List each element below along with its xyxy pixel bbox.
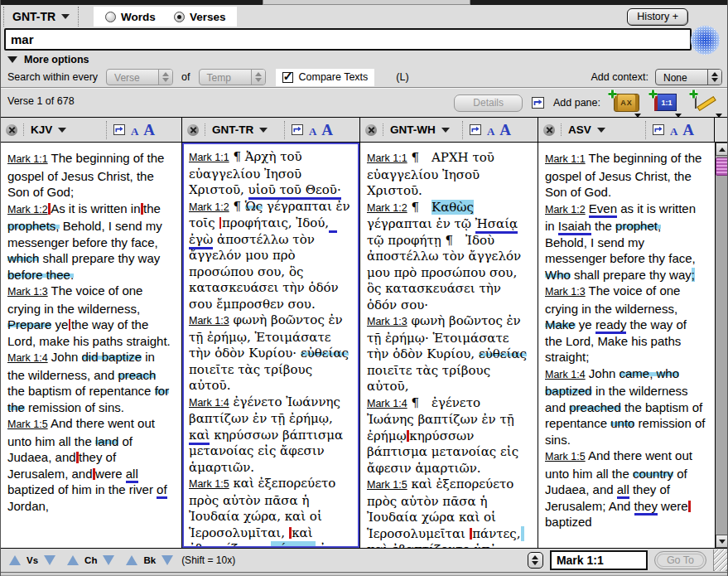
diff-strikethrough: καὶ ἐβαπτίζοντο	[367, 542, 470, 548]
add-reference-pane-button[interactable]: 1:1	[650, 90, 682, 115]
verse-ref[interactable]: Mark 1:1	[7, 153, 48, 165]
add-parallel-pane-button[interactable]: ΑΧ	[610, 90, 641, 115]
search-input[interactable]	[4, 28, 692, 51]
verse: Mark 1:1 The beginning of the gospel of …	[7, 150, 173, 201]
verse-ref[interactable]: Mark 1:5	[189, 478, 229, 490]
pane-module-popup[interactable]: GNT-WH	[383, 123, 436, 136]
goto-button[interactable]: Go To	[654, 551, 706, 569]
more-options-disclosure[interactable]: More options	[7, 53, 89, 66]
chevron-down-icon	[259, 128, 268, 133]
search-globe-icon[interactable]	[691, 26, 720, 55]
verse-ref[interactable]: Mark 1:3	[189, 315, 229, 327]
range-popup[interactable]: Temp	[199, 69, 266, 85]
decrease-font-icon[interactable]: A	[131, 125, 138, 138]
diff-insertion-bar-icon	[688, 501, 691, 512]
close-pane-icon[interactable]	[187, 124, 199, 136]
goto-verse-input[interactable]	[550, 550, 648, 570]
verse-ref[interactable]: Mark 1:4	[189, 397, 229, 409]
text-segment: shall prepare thy way	[571, 268, 692, 282]
verse-ref[interactable]: Mark 1:4	[367, 398, 407, 409]
verse: Mark 1:5 καὶ ἐξεπορεύετο πρὸς αὐτὸν πᾶσα…	[189, 476, 352, 548]
scroll-up-icon[interactable]	[716, 143, 728, 156]
verse-ref[interactable]: Mark 1:3	[367, 316, 407, 327]
close-pane-icon[interactable]	[365, 124, 377, 136]
pane-body-asv[interactable]: Mark 1:1 The beginning of the gospel of …	[538, 143, 715, 548]
scrollbar-thumb[interactable]	[716, 157, 728, 176]
add-notes-pane-button[interactable]	[691, 90, 722, 115]
scroll-down-icon[interactable]	[716, 535, 728, 548]
tie-pane-icon[interactable]	[113, 123, 126, 135]
verse-ref[interactable]: Mark 1:4	[7, 352, 48, 364]
diff-strikethrough: land	[95, 434, 118, 448]
verse-ref[interactable]: Mark 1:2	[7, 204, 48, 215]
radio-verses[interactable]: Verses	[174, 11, 226, 23]
decrease-font-icon[interactable]: A	[309, 125, 316, 138]
diff-underline: of	[157, 482, 167, 499]
verse-stepper[interactable]	[528, 552, 543, 569]
increase-font-icon[interactable]: A	[682, 121, 694, 139]
text-pane-gnt-wh: Mark 1:1 ¶ ΑΡΧΗ τοῦ εὐαγγελίου Ἰησοῦ Χρι…	[360, 143, 538, 548]
vertical-scrollbar[interactable]	[715, 143, 728, 548]
radio-verses-icon[interactable]	[174, 12, 185, 22]
diff-strikethrough: prophets,	[7, 219, 60, 233]
verse-ref[interactable]: Mark 1:5	[7, 419, 48, 430]
text-segment: ¶	[407, 200, 431, 215]
scrollbar-track[interactable]	[716, 176, 728, 535]
decrease-font-icon[interactable]: A	[487, 125, 494, 138]
decrease-font-icon[interactable]: A	[670, 125, 677, 138]
pane-body-gnt-tr[interactable]: Mark 1:1 ¶ Ἀρχὴ τοῦ εὐαγγελίου Ἰησοῦ Χρι…	[182, 143, 359, 548]
pane-module-popup[interactable]: KJV	[23, 123, 52, 136]
close-pane-icon[interactable]	[543, 124, 555, 136]
increase-font-icon[interactable]: A	[143, 121, 155, 139]
search-mode-group: Words Verses	[94, 7, 237, 27]
scope-popup[interactable]: Verse	[106, 69, 173, 85]
diff-highlight: Καθὼς	[431, 200, 474, 215]
disclosure-triangle-icon[interactable]	[7, 56, 17, 63]
tie-pane-icon[interactable]	[470, 123, 482, 135]
verse-ref[interactable]: Mark 1:1	[367, 152, 407, 164]
verse-down-icon[interactable]	[44, 555, 55, 565]
verse-ref[interactable]: Mark 1:2	[367, 202, 407, 214]
tie-panes-icon[interactable]	[532, 97, 544, 109]
add-context-popup[interactable]: None	[655, 69, 722, 85]
verse-ref[interactable]: Mark 1:1	[545, 153, 586, 165]
verse-ref[interactable]: Mark 1:2	[189, 201, 229, 213]
verse-ref[interactable]: Mark 1:5	[545, 451, 586, 462]
result-status-row: Verse 1 of 678 Details Add pane: ΑΧ 1:1	[1, 89, 728, 117]
verse-ref[interactable]: Mark 1:3	[7, 286, 48, 298]
verse-up-icon[interactable]	[9, 555, 21, 565]
close-pane-icon[interactable]	[6, 124, 17, 136]
verse-ref[interactable]: Mark 1:3	[545, 286, 586, 298]
pane-body-kjv[interactable]: Mark 1:1 The beginning of the gospel of …	[1, 143, 181, 548]
resize-grip[interactable]	[713, 549, 727, 571]
increase-font-icon[interactable]: A	[499, 121, 511, 139]
verse-ref[interactable]: Mark 1:2	[545, 204, 586, 215]
diff-highlight	[521, 526, 525, 541]
chapter-down-icon[interactable]	[103, 555, 114, 565]
compare-texts-checkbox[interactable]	[282, 72, 293, 83]
radio-verses-label: Verses	[190, 11, 226, 23]
verse: Mark 1:1 ¶ ΑΡΧΗ τοῦ εὐαγγελίου Ἰησοῦ Χρι…	[367, 150, 529, 200]
radio-words[interactable]: Words	[105, 11, 156, 23]
history-button[interactable]: History +	[627, 8, 688, 26]
pane-module-popup[interactable]: ASV	[561, 123, 591, 136]
book-down-icon[interactable]	[162, 555, 173, 565]
text-segment: shall prepare thy way	[39, 251, 160, 265]
verse: Mark 1:5 And there went out unto him all…	[545, 448, 706, 530]
increase-font-icon[interactable]: A	[321, 121, 333, 139]
pane-module-popup[interactable]: GNT-TR	[205, 123, 253, 136]
verse-ref[interactable]: Mark 1:5	[367, 479, 407, 491]
pane-header-kjv: KJV A A	[1, 118, 182, 142]
chapter-up-icon[interactable]	[67, 555, 79, 565]
book-up-icon[interactable]	[126, 555, 137, 565]
compare-texts-suffix: (L)	[396, 71, 408, 83]
verse-ref[interactable]: Mark 1:4	[545, 369, 586, 380]
radio-words-icon[interactable]	[105, 12, 116, 22]
search-module-popup[interactable]: GNT-TR	[3, 7, 79, 27]
tie-pane-icon[interactable]	[292, 123, 304, 135]
tie-pane-icon[interactable]	[653, 123, 665, 135]
pane-header-gnt-wh: GNT-WH A A	[360, 118, 538, 142]
verse-ref[interactable]: Mark 1:1	[189, 152, 229, 163]
pane-body-gnt-wh[interactable]: Mark 1:1 ¶ ΑΡΧΗ τοῦ εὐαγγελίου Ἰησοῦ Χρι…	[360, 143, 538, 548]
details-button[interactable]: Details	[454, 94, 523, 112]
